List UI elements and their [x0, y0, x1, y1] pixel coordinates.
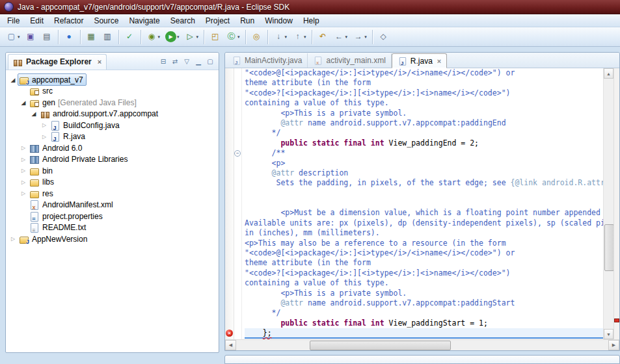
- code-line[interactable]: <p>This is a private symbol.: [245, 289, 603, 298]
- menu-project[interactable]: Project: [200, 15, 235, 27]
- scroll-up-button[interactable]: ▲: [604, 68, 613, 79]
- horizontal-scroll-thumb[interactable]: [310, 341, 451, 350]
- code-line[interactable]: "<code>@[<i>package</i>:]<i>type</i>/<i>…: [245, 248, 603, 258]
- folding-ruler[interactable]: −: [234, 68, 242, 339]
- code-line[interactable]: Available units are: px (pixels), dp (de…: [245, 218, 603, 228]
- lint-check-button[interactable]: ✓: [122, 29, 137, 44]
- maximize-icon[interactable]: ▢: [204, 55, 216, 67]
- collapse-all-icon[interactable]: ⊟: [157, 55, 169, 67]
- menu-file[interactable]: File: [2, 15, 25, 27]
- android-virtual-device-manager-button[interactable]: ▥: [100, 29, 115, 44]
- code-line[interactable]: public static final int View_paddingStar…: [245, 318, 603, 328]
- code-line[interactable]: <p>This may also be a reference to a res…: [245, 239, 603, 248]
- code-line[interactable]: @attr description: [245, 168, 603, 178]
- tree-item-readme-txt[interactable]: README.txt: [6, 222, 219, 234]
- expand-arrow[interactable]: ▷: [8, 236, 18, 242]
- tree-item-android-6-0[interactable]: ▷Android 6.0: [6, 142, 219, 154]
- new-java-class-button[interactable]: Ⓒ▾: [224, 29, 242, 44]
- code-line[interactable]: [245, 188, 603, 198]
- scroll-left-button[interactable]: ◀: [225, 340, 236, 350]
- tree-item-project-properties[interactable]: project.properties: [6, 211, 219, 222]
- package-explorer-view-tab[interactable]: Package Explorer ×: [8, 54, 107, 70]
- menu-help[interactable]: Help: [298, 15, 325, 27]
- tree-item-appnewversion[interactable]: ▷AppNewVersion: [6, 233, 219, 245]
- code-line[interactable]: @attr name android.support.v7.appcompat:…: [245, 298, 603, 308]
- external-tools-button[interactable]: ▷▾: [183, 29, 201, 44]
- link-with-editor-icon[interactable]: ⇄: [169, 55, 181, 67]
- tree-item-appcompat-v7[interactable]: ◢appcompat_v7: [6, 74, 219, 86]
- horizontal-scrollbar[interactable]: ◀ ▶: [225, 339, 619, 350]
- code-line[interactable]: <p>Must be a dimension value, which is a…: [245, 208, 603, 218]
- tree-item-libs[interactable]: ▷libs: [6, 177, 219, 188]
- next-annotation-button[interactable]: ↓▾: [271, 29, 290, 44]
- editor-tab-activity-main-xml[interactable]: activity_main.xml: [308, 53, 391, 68]
- expand-arrow[interactable]: ▷: [19, 179, 28, 185]
- code-line[interactable]: "<code>@[<i>package</i>:]<i>type</i>/<i>…: [245, 68, 603, 78]
- menu-edit[interactable]: Edit: [25, 15, 49, 27]
- print-button[interactable]: ▤: [40, 29, 55, 44]
- back-button[interactable]: ←▾: [332, 29, 350, 44]
- close-tab-icon[interactable]: ×: [437, 57, 441, 65]
- menu-navigate[interactable]: Navigate: [124, 15, 165, 27]
- code-line[interactable]: <p>This is a private symbol.: [245, 109, 603, 118]
- tree-item-buildconfig-java[interactable]: ▷BuildConfig.java: [6, 120, 219, 131]
- editor-tab-mainactivity-java[interactable]: MainActivity.java: [226, 53, 308, 68]
- scroll-right-button[interactable]: ▶: [608, 340, 619, 350]
- expand-arrow[interactable]: ▷: [19, 157, 28, 162]
- expand-arrow[interactable]: ▷: [19, 190, 28, 196]
- code-line[interactable]: "<code>?[<i>package</i>:][<i>type</i>:]<…: [245, 88, 603, 98]
- new-wizard-button[interactable]: ▢▾: [4, 29, 22, 44]
- code-line[interactable]: /**: [245, 148, 603, 158]
- menu-source[interactable]: Source: [88, 15, 124, 27]
- menu-refactor[interactable]: Refactor: [49, 15, 88, 27]
- code-line[interactable]: theme attribute (in the form: [245, 258, 603, 268]
- minimize-icon[interactable]: ▁: [193, 55, 204, 67]
- close-view-icon[interactable]: ×: [98, 58, 101, 66]
- code-line[interactable]: theme attribute (in the form: [245, 78, 603, 88]
- code-line[interactable]: in (inches), mm (millimeters).: [245, 228, 603, 238]
- pin-editor-button[interactable]: ◇: [376, 29, 391, 44]
- forward-button[interactable]: →▾: [351, 29, 369, 44]
- search-button[interactable]: ◎: [249, 29, 264, 44]
- code-line[interactable]: containing a value of this type.: [245, 98, 603, 108]
- error-marker-icon[interactable]: ×: [226, 330, 233, 337]
- previous-annotation-button[interactable]: ↑▾: [290, 29, 308, 44]
- save-button[interactable]: ▣: [23, 29, 38, 44]
- tree-item-r-java[interactable]: ▷R.java: [6, 131, 219, 143]
- overview-error-marker[interactable]: [614, 318, 619, 322]
- expand-arrow[interactable]: ◢: [19, 99, 28, 106]
- code-line[interactable]: containing a value of this type.: [245, 278, 603, 288]
- menu-search[interactable]: Search: [165, 15, 200, 27]
- expand-arrow[interactable]: ▷: [19, 145, 28, 151]
- tree-item-gen[interactable]: ◢gen [Generated Java Files]: [6, 97, 219, 109]
- vertical-scroll-thumb[interactable]: [604, 224, 614, 271]
- tree-item-android-private-libraries[interactable]: ▷Android Private Libraries: [6, 154, 219, 166]
- code-editor[interactable]: "<code>@[<i>package</i>:]<i>type</i>/<i>…: [242, 68, 603, 339]
- run-button[interactable]: ▶▾: [163, 29, 182, 44]
- menu-window[interactable]: Window: [260, 15, 298, 27]
- new-java-project-button[interactable]: ◰: [208, 29, 222, 44]
- scroll-down-button[interactable]: ▼: [604, 329, 613, 339]
- code-line[interactable]: public static final int View_paddingEnd …: [245, 138, 603, 148]
- view-menu-icon[interactable]: ▽: [181, 55, 193, 67]
- code-line[interactable]: */: [245, 308, 603, 318]
- code-line[interactable]: <p>: [245, 159, 603, 168]
- tree-item-res[interactable]: ▷res: [6, 188, 219, 200]
- tree-item-androidmanifest-xml[interactable]: AndroidManifest.xml: [6, 200, 219, 211]
- code-line[interactable]: @attr name android.support.v7.appcompat:…: [245, 118, 603, 128]
- debug-button[interactable]: ◉▾: [144, 29, 163, 44]
- expand-arrow[interactable]: ◢: [29, 110, 38, 117]
- tree-item-src[interactable]: src: [6, 86, 219, 98]
- last-edit-location-button[interactable]: ↶: [316, 29, 330, 44]
- code-line[interactable]: Sets the padding, in pixels, of the star…: [245, 178, 603, 188]
- code-line[interactable]: "<code>?[<i>package</i>:][<i>type</i>:]<…: [245, 268, 603, 278]
- editor-tab-r-java[interactable]: R.java×: [392, 53, 447, 68]
- expand-arrow[interactable]: ▷: [40, 122, 49, 128]
- fold-collapse-icon[interactable]: −: [234, 150, 241, 157]
- annotation-ruler[interactable]: ×: [225, 68, 234, 339]
- tree-item-android-support-v7-appcompat[interactable]: ◢android.support.v7.appcompat: [6, 109, 219, 120]
- android-sdk-manager-button[interactable]: ▦: [84, 29, 99, 44]
- expand-arrow[interactable]: ▷: [40, 134, 49, 140]
- globe-button[interactable]: ●: [62, 29, 77, 44]
- expand-arrow[interactable]: ◢: [8, 77, 18, 83]
